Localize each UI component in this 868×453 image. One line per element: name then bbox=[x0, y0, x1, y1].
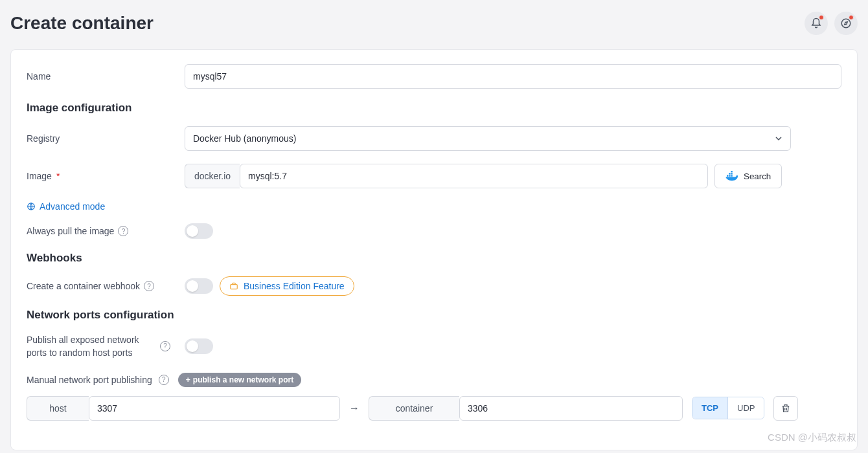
container-port-label: container bbox=[369, 396, 459, 421]
name-input[interactable] bbox=[185, 64, 841, 89]
svg-rect-2 bbox=[729, 175, 730, 176]
image-label: Image* bbox=[27, 171, 185, 181]
svg-rect-8 bbox=[231, 285, 238, 289]
trash-icon bbox=[781, 403, 791, 414]
webhook-label: Create a container webhook ? bbox=[27, 281, 185, 291]
webhooks-heading: Webhooks bbox=[27, 252, 841, 265]
port-mapping-row: host → container TCP UDP bbox=[27, 396, 841, 421]
network-ports-heading: Network ports configuration bbox=[27, 309, 841, 322]
registry-select[interactable]: Docker Hub (anonymous) bbox=[185, 126, 791, 151]
publish-all-label: Publish all exposed network ports to ran… bbox=[27, 333, 185, 360]
notification-dot-icon bbox=[819, 15, 824, 20]
search-button[interactable]: Search bbox=[714, 164, 782, 188]
help-icon[interactable]: ? bbox=[118, 226, 128, 236]
page-title: Create container bbox=[10, 13, 154, 34]
protocol-segment: TCP UDP bbox=[692, 397, 764, 419]
publish-port-button[interactable]: + publish a new network port bbox=[178, 373, 301, 387]
svg-rect-1 bbox=[727, 175, 728, 176]
form-panel: Name Image configuration Registry Docker… bbox=[10, 49, 858, 450]
name-label: Name bbox=[27, 71, 185, 82]
always-pull-label: Always pull the image ? bbox=[27, 226, 185, 236]
arrow-right-icon: → bbox=[349, 403, 360, 414]
notifications-button[interactable] bbox=[805, 12, 828, 35]
business-edition-badge: Business Edition Feature bbox=[220, 276, 354, 296]
svg-rect-6 bbox=[731, 171, 732, 172]
svg-point-0 bbox=[841, 19, 851, 28]
registry-label: Registry bbox=[27, 133, 185, 144]
tcp-button[interactable]: TCP bbox=[692, 397, 727, 419]
udp-button[interactable]: UDP bbox=[727, 397, 764, 419]
publish-all-toggle[interactable] bbox=[185, 338, 213, 354]
docker-icon bbox=[725, 171, 738, 181]
help-button[interactable] bbox=[834, 12, 858, 35]
svg-rect-3 bbox=[731, 175, 732, 176]
manual-port-label: Manual network port publishing ? bbox=[27, 375, 169, 385]
image-input[interactable] bbox=[240, 164, 708, 188]
svg-rect-4 bbox=[729, 173, 730, 174]
briefcase-icon bbox=[229, 282, 238, 291]
container-port-input[interactable] bbox=[459, 396, 683, 421]
header-actions bbox=[805, 12, 858, 35]
help-icon[interactable]: ? bbox=[144, 281, 154, 291]
plus-icon: + bbox=[186, 375, 190, 384]
delete-port-button[interactable] bbox=[773, 396, 798, 421]
globe-icon bbox=[27, 202, 36, 211]
host-port-input[interactable] bbox=[89, 396, 340, 421]
image-config-heading: Image configuration bbox=[27, 102, 841, 115]
help-icon[interactable]: ? bbox=[159, 375, 169, 385]
always-pull-toggle[interactable] bbox=[185, 223, 213, 239]
host-port-label: host bbox=[27, 396, 89, 421]
webhook-toggle[interactable] bbox=[185, 278, 213, 294]
help-dot-icon bbox=[849, 15, 854, 20]
help-icon[interactable]: ? bbox=[160, 341, 170, 351]
svg-rect-5 bbox=[731, 173, 732, 174]
advanced-mode-link[interactable]: Advanced mode bbox=[27, 201, 841, 212]
image-prefix: docker.io bbox=[185, 164, 240, 188]
